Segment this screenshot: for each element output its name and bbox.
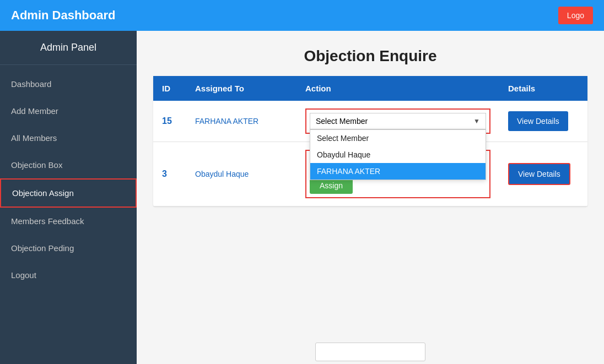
row1-dropdown-list: Select Member Obaydul Haque FARHANA AKTE…	[310, 129, 486, 180]
sidebar-item-logout[interactable]: Logout	[0, 262, 137, 289]
top-bar: Admin Dashboard Logo	[0, 0, 604, 31]
row1-option-obaydul-haque[interactable]: Obaydul Haque	[310, 146, 486, 163]
col-header-assigned-to: Assigned To	[186, 76, 296, 101]
row2-view-details-button[interactable]: View Details	[508, 163, 570, 185]
app-title: Admin Dashboard	[11, 8, 115, 23]
bottom-input[interactable]	[315, 343, 425, 361]
sidebar-item-objection-assign[interactable]: Objection Assign	[0, 178, 137, 208]
row1-select-display[interactable]: Select Member ▼	[310, 113, 486, 129]
row1-select-value: Select Member	[316, 117, 368, 126]
chevron-down-icon: ▼	[473, 117, 480, 125]
row2-details-cell: View Details	[499, 142, 587, 207]
row1-details-cell: View Details	[499, 101, 587, 142]
sidebar-title: Admin Panel	[0, 31, 137, 65]
row2-id: 3	[153, 142, 186, 207]
main-layout: Admin Panel Dashboard Add Member All Mem…	[0, 31, 604, 364]
col-header-id: ID	[153, 76, 186, 101]
sidebar-item-objection-box[interactable]: Objection Box	[0, 151, 137, 178]
sidebar-item-objection-peding[interactable]: Objection Peding	[0, 235, 137, 262]
logout-button[interactable]: Logo	[558, 7, 593, 24]
row1-id: 15	[153, 101, 186, 142]
row1-option-select-member[interactable]: Select Member	[310, 130, 486, 146]
row1-action-cell: Select Member ▼ Select Member Obaydul Ha…	[296, 101, 499, 142]
table-header-row: ID Assigned To Action Details	[153, 76, 587, 101]
sidebar-item-add-member[interactable]: Add Member	[0, 97, 137, 124]
sidebar-item-all-members[interactable]: All Members	[0, 124, 137, 151]
row1-assigned-to: FARHANA AKTER	[186, 101, 296, 142]
table-container: ID Assigned To Action Details 15 FARHANA…	[153, 76, 587, 207]
row1-dropdown-wrapper: Select Member ▼ Select Member Obaydul Ha…	[310, 113, 486, 129]
col-header-details: Details	[499, 76, 587, 101]
page-title: Objection Enquire	[153, 47, 587, 65]
sidebar: Admin Panel Dashboard Add Member All Mem…	[0, 31, 137, 364]
row1-view-details-button[interactable]: View Details	[508, 111, 568, 131]
row1-action-box: Select Member ▼ Select Member Obaydul Ha…	[305, 108, 490, 134]
row2-assigned-to: Obaydul Haque	[186, 142, 296, 207]
bottom-bar	[137, 340, 604, 364]
col-header-action: Action	[296, 76, 499, 101]
objection-table: ID Assigned To Action Details 15 FARHANA…	[153, 76, 587, 207]
table-row: 15 FARHANA AKTER Select Member ▼	[153, 101, 587, 142]
sidebar-item-members-feedback[interactable]: Members Feedback	[0, 208, 137, 235]
sidebar-item-dashboard[interactable]: Dashboard	[0, 70, 137, 97]
content-area: Objection Enquire ID Assigned To Action …	[137, 31, 604, 364]
sidebar-nav: Dashboard Add Member All Members Objecti…	[0, 65, 137, 289]
row1-option-farhana-akter[interactable]: FARHANA AKTER	[310, 163, 486, 180]
